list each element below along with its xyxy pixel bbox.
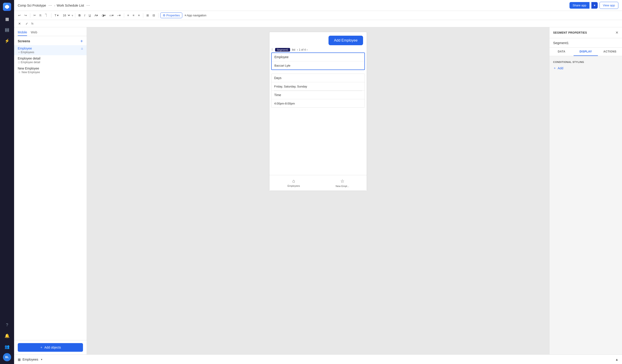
add-screen-button[interactable]: + [80,39,83,43]
sidebar-icon-grid[interactable]: ▦ [2,15,12,24]
list-tag: list [292,48,295,51]
topbar: Comp Sci Prototype ⋯ › Work Schedule Lis… [14,0,622,11]
plus-icon: ＋ [40,345,43,349]
bold-button[interactable]: B [77,13,82,18]
footer-tab-employees[interactable]: ⌂ Employees [269,177,318,189]
svg-rect-3 [5,31,9,32]
sidebar-icon-layers[interactable] [2,25,12,35]
field-time-value: 4:00pm-8:00pm [272,99,365,108]
tab-actions[interactable]: ACTIONS [598,48,622,56]
conditional-styling-title: CONDITIONAL STYLING [553,61,618,63]
screen-item-detail[interactable]: Employee detail □ Employee detail [14,55,87,65]
cut-button[interactable]: ✂ [32,13,37,18]
segment-tag: Segment1 [275,48,290,52]
italic-button[interactable]: I [83,13,87,18]
tab-web[interactable]: Web [31,29,37,36]
icon-sidebar: ▦ ⚡ ? 🔔 👥 BL [0,0,14,364]
font-size-select[interactable]: 1612141824 [61,13,71,18]
font-color-button[interactable]: A▾ [93,13,99,18]
sidebar-icon-bell[interactable]: 🔔 [2,331,12,340]
screens-header: Screens + [14,36,87,45]
toolbar-sep-5 [143,13,143,18]
table-view-button[interactable]: ⊞ [145,13,150,18]
confirm-formula-btn[interactable]: ✓ [24,21,30,26]
sidebar-icon-help[interactable]: ? [2,320,12,329]
add-objects-button[interactable]: ＋ Add objects [18,343,83,352]
next-page-btn[interactable]: › [307,48,308,51]
breadcrumb-dots[interactable]: ⋯ [47,2,53,8]
pagination: ‹ 1 of 4 › [297,48,308,51]
bottom-bar: ▦ Employees ▾ ▲ [14,354,622,364]
share-app-button[interactable]: Share app [569,2,589,9]
tab-display[interactable]: DISPLAY [574,48,598,56]
screen-item-employee[interactable]: Employee ⌂ ○ Employees [14,45,87,55]
prev-page-btn[interactable]: ‹ [297,48,298,51]
toolbar-sep-4 [124,13,124,18]
text-button[interactable]: T ▾ [53,13,60,18]
align-center-button[interactable]: ≡ [131,13,136,18]
app-name: Comp Sci Prototype [18,4,46,7]
right-panel: SEGMENT PROPERTIES ✕ Segment1 DATA DISPL… [549,27,622,354]
screens-title: Screens [18,39,30,43]
paste-button[interactable]: ⏋ [44,13,49,18]
segment-name-row: Segment1 [549,38,622,48]
app-logo[interactable] [3,3,11,11]
left-panel: Mobile Web Screens + Employee ⌂ ○ Employ… [14,27,87,354]
view-app-button[interactable]: View app [600,2,618,9]
nav-icon: ≡ [185,14,186,17]
list-view-button[interactable]: ⊟ [151,13,156,18]
fx-bar: ✕ ✓ fx [14,20,622,27]
toolbar-sep-3 [75,13,75,18]
corner-button[interactable]: ⌐▾ [116,13,122,18]
redo-button[interactable]: ↪ [23,13,28,18]
copy-button[interactable]: ⎘ [38,13,43,18]
home-icon: ⌂ [81,47,83,50]
field-days-label: Days [272,74,365,82]
footer-tab-new-employee[interactable]: ☆ New Empl... [318,177,367,189]
mobile-header: Add Employee [269,32,367,47]
svg-rect-2 [5,30,9,31]
tab-mobile[interactable]: Mobile [18,29,27,36]
sidebar-icon-lightning[interactable]: ⚡ [2,36,12,45]
align-right-button[interactable]: ≡ [137,13,141,18]
screen-name-detail: Employee detail [18,56,83,60]
screen-sub-employee: ○ Employees [18,51,83,54]
user-avatar[interactable]: BL [3,353,11,361]
segment-container[interactable]: Employee Baccari Lyle [271,53,365,70]
border-button[interactable]: ▭▾ [108,13,115,18]
close-formula-btn[interactable]: ✕ [17,21,22,26]
field-employee-label: Employee [272,53,364,61]
add-employee-button[interactable]: Add Employee [329,36,363,45]
field-days-value: Friday, Saturday, Sunday [272,82,365,91]
star-tab-icon: ☆ [340,178,344,184]
segment-label-bar: ⠿ Segment1 list ‹ 1 of 4 › [269,47,367,53]
footer-tab-new-employee-label: New Empl... [335,185,349,187]
table-name: Employees [22,358,38,361]
underline-button[interactable]: U [87,13,92,18]
home-tab-icon: ⌂ [292,178,295,183]
segment-name: Segment1 [553,41,569,45]
undo-button[interactable]: ↩ [17,13,22,18]
close-right-panel-button[interactable]: ✕ [615,30,618,35]
card-group: Days Friday, Saturday, Sunday Time 4:00p… [271,74,365,108]
fill-color-button[interactable]: ◑▾ [100,13,107,18]
screen-dots[interactable]: ⋯ [85,2,91,8]
properties-button[interactable]: ⚙ Properties [160,13,182,18]
mobile-frame: Add Employee ⠿ Segment1 list ‹ 1 of 4 › [269,32,367,191]
drag-icon: ⠿ [271,48,273,51]
toolbar-sep-6 [158,13,158,18]
screen-item-new-employee[interactable]: New Employee ☆ New Employee [14,65,87,75]
add-condition-button[interactable]: ＋ Add [553,66,618,70]
expand-bottom-btn[interactable]: ▲ [615,358,618,361]
share-chevron-button[interactable]: ▾ [591,2,598,9]
app-nav-button[interactable]: ≡ App navigation [183,13,208,18]
formula-input[interactable] [35,22,619,25]
plus-condition-icon: ＋ [553,66,556,70]
footer-tab-employees-label: Employees [288,184,300,187]
align-left-button[interactable]: ≡ [126,13,131,18]
fx-icon: fx [31,22,33,25]
page-info: 1 of 4 [299,48,306,51]
sidebar-icon-users[interactable]: 👥 [2,342,12,351]
tab-data[interactable]: DATA [549,48,574,56]
add-condition-label: Add [558,66,563,70]
